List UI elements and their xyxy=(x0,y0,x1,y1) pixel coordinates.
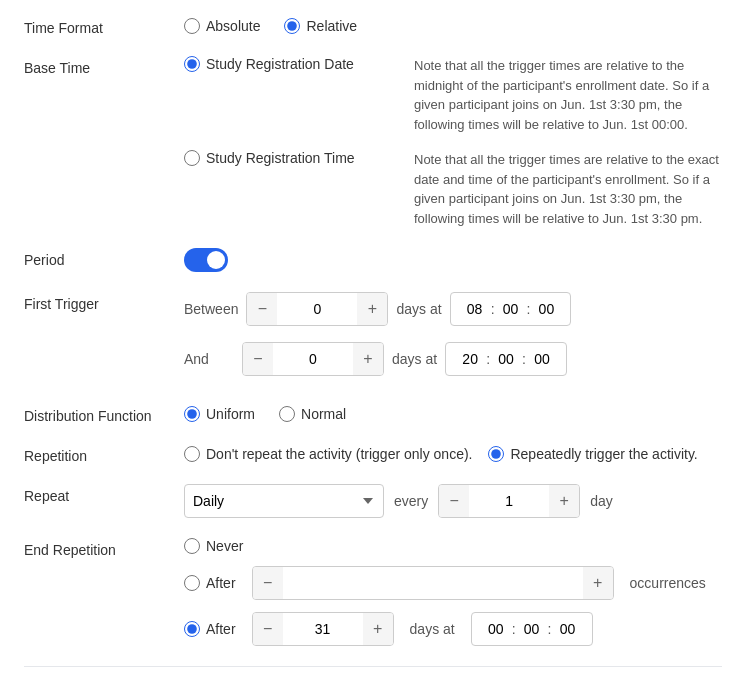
end-repetition-label: End Repetition xyxy=(24,538,184,558)
time-format-absolute-radio[interactable] xyxy=(184,18,200,34)
distribution-function-label: Distribution Function xyxy=(24,404,184,424)
repetition-row: Repetition Don't repeat the activity (tr… xyxy=(24,444,722,464)
between-time-hh[interactable]: 08 xyxy=(459,301,491,317)
period-slider xyxy=(184,248,228,272)
end-rep-occurrences-radio[interactable] xyxy=(184,575,200,591)
time-format-radio-group: Absolute Relative xyxy=(184,16,357,34)
repeat-select[interactable]: Daily Weekly Monthly xyxy=(184,484,384,518)
base-time-time-radio-option[interactable]: Study Registration Time xyxy=(184,150,355,166)
repetition-once-option[interactable]: Don't repeat the activity (trigger only … xyxy=(184,446,472,462)
repetition-once-label: Don't repeat the activity (trigger only … xyxy=(206,446,472,462)
end-rep-occurrences-option[interactable]: After xyxy=(184,575,236,591)
repeat-label: Repeat xyxy=(24,484,184,504)
base-time-date-label-group: Study Registration Date xyxy=(184,56,414,72)
base-time-label: Base Time xyxy=(24,56,184,76)
distribution-normal-label: Normal xyxy=(301,406,346,422)
test-schedule-divider: Test the Schedule xyxy=(24,666,722,700)
occurrences-value-input[interactable] xyxy=(283,566,583,600)
repetition-repeat-option[interactable]: Repeatedly trigger the activity. xyxy=(488,446,697,462)
first-trigger-between-row: Between − + days at 08 : 00 : 00 xyxy=(184,292,571,326)
end-rep-occurrences-label: After xyxy=(206,575,236,591)
base-time-content: Study Registration Date Note that all th… xyxy=(184,56,722,228)
repeat-content: Daily Weekly Monthly every − + day xyxy=(184,484,722,518)
period-label: Period xyxy=(24,248,184,268)
repetition-once-radio[interactable] xyxy=(184,446,200,462)
base-time-time-option: Study Registration Time Note that all th… xyxy=(184,150,722,228)
repeat-every-number-input: − + xyxy=(438,484,580,518)
between-time-ss[interactable]: 00 xyxy=(530,301,562,317)
distribution-uniform-radio[interactable] xyxy=(184,406,200,422)
repetition-radio-group: Don't repeat the activity (trigger only … xyxy=(184,444,698,462)
time-format-relative-radio[interactable] xyxy=(284,18,300,34)
end-rep-days-radio[interactable] xyxy=(184,621,200,637)
distribution-normal-option[interactable]: Normal xyxy=(279,406,346,422)
end-rep-days-at-label: days at xyxy=(410,621,455,637)
base-time-time-label-group: Study Registration Time xyxy=(184,150,414,166)
end-rep-time-ss[interactable] xyxy=(552,621,584,637)
base-time-time-text: Study Registration Time xyxy=(206,150,355,166)
between-time-mm[interactable]: 00 xyxy=(495,301,527,317)
period-row: Period xyxy=(24,248,722,272)
end-rep-never-row: Never xyxy=(184,538,706,554)
end-rep-days-label: After xyxy=(206,621,236,637)
day-unit-label: day xyxy=(590,493,613,509)
base-time-date-radio[interactable] xyxy=(184,56,200,72)
end-repetition-row: End Repetition Never After − + xyxy=(24,538,722,646)
repetition-repeat-label: Repeatedly trigger the activity. xyxy=(510,446,697,462)
every-label: every xyxy=(394,493,428,509)
time-format-options: Absolute Relative xyxy=(184,16,722,34)
and-time-mm[interactable]: 00 xyxy=(490,351,522,367)
and-number-input: − + xyxy=(242,342,384,376)
occurrences-decrement-button[interactable]: − xyxy=(253,566,283,600)
and-value-input[interactable] xyxy=(273,342,353,376)
between-label: Between xyxy=(184,301,238,317)
base-time-date-radio-option[interactable]: Study Registration Date xyxy=(184,56,354,72)
first-trigger-and-row: And − + days at 20 : 00 : 00 xyxy=(184,342,567,376)
time-format-relative-label: Relative xyxy=(306,18,357,34)
occurrences-increment-button[interactable]: + xyxy=(583,566,613,600)
time-format-absolute-label: Absolute xyxy=(206,18,260,34)
base-time-date-option: Study Registration Date Note that all th… xyxy=(184,56,722,134)
end-rep-time-hh[interactable] xyxy=(480,621,512,637)
between-decrement-button[interactable]: − xyxy=(247,292,277,326)
distribution-radio-group: Uniform Normal xyxy=(184,404,346,422)
base-time-time-radio[interactable] xyxy=(184,150,200,166)
end-rep-time-mm[interactable] xyxy=(516,621,548,637)
base-time-section: Study Registration Date Note that all th… xyxy=(184,56,722,228)
end-days-increment-button[interactable]: + xyxy=(363,612,393,646)
and-time-input: 20 : 00 : 00 xyxy=(445,342,567,376)
distribution-normal-radio[interactable] xyxy=(279,406,295,422)
end-rep-never-option[interactable]: Never xyxy=(184,538,243,554)
repeat-increment-button[interactable]: + xyxy=(549,484,579,518)
repeat-decrement-button[interactable]: − xyxy=(439,484,469,518)
distribution-uniform-option[interactable]: Uniform xyxy=(184,406,255,422)
between-increment-button[interactable]: + xyxy=(357,292,387,326)
base-time-time-note: Note that all the trigger times are rela… xyxy=(414,150,722,228)
and-time-hh[interactable]: 20 xyxy=(454,351,486,367)
distribution-uniform-label: Uniform xyxy=(206,406,255,422)
and-decrement-button[interactable]: − xyxy=(243,342,273,376)
and-days-at-label: days at xyxy=(392,351,437,367)
period-toggle[interactable] xyxy=(184,248,228,272)
end-rep-days-option[interactable]: After xyxy=(184,621,236,637)
time-format-relative-option[interactable]: Relative xyxy=(284,18,357,34)
period-content xyxy=(184,248,722,272)
distribution-function-row: Distribution Function Uniform Normal xyxy=(24,404,722,424)
time-format-label: Time Format xyxy=(24,16,184,36)
base-time-date-note: Note that all the trigger times are rela… xyxy=(414,56,722,134)
and-time-ss[interactable]: 00 xyxy=(526,351,558,367)
and-increment-button[interactable]: + xyxy=(353,342,383,376)
time-format-absolute-option[interactable]: Absolute xyxy=(184,18,260,34)
end-rep-never-radio[interactable] xyxy=(184,538,200,554)
first-trigger-content: Between − + days at 08 : 00 : 00 And − + xyxy=(184,292,722,384)
between-value-input[interactable] xyxy=(277,292,357,326)
end-rep-occurrences-row: After − + occurrences xyxy=(184,566,706,600)
end-days-value-input[interactable] xyxy=(283,612,363,646)
between-days-at-label: days at xyxy=(396,301,441,317)
end-rep-occurrences-input: − + xyxy=(252,566,614,600)
first-trigger-row: First Trigger Between − + days at 08 : 0… xyxy=(24,292,722,384)
repeat-every-value-input[interactable] xyxy=(469,484,549,518)
repetition-repeat-radio[interactable] xyxy=(488,446,504,462)
end-days-decrement-button[interactable]: − xyxy=(253,612,283,646)
end-rep-days-input: − + xyxy=(252,612,394,646)
